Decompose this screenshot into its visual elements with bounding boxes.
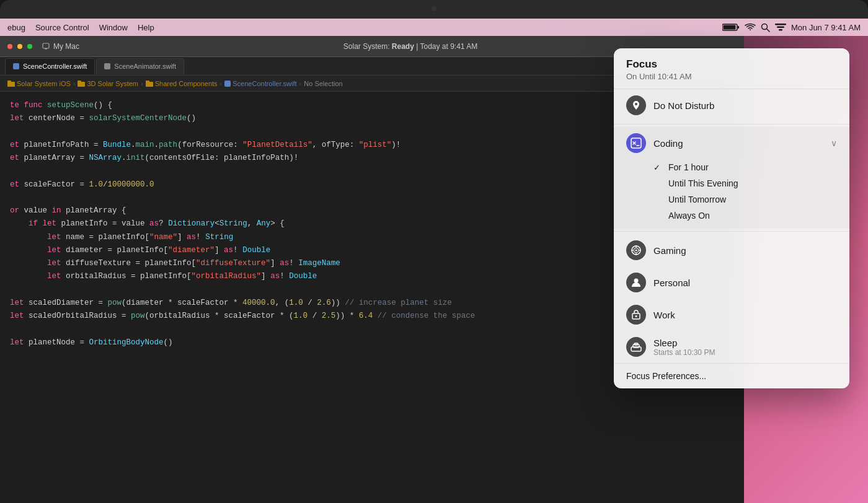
swift-icon-small <box>224 81 231 87</box>
search-icon[interactable] <box>761 23 770 32</box>
webcam <box>432 6 436 11</box>
close-button[interactable] <box>7 44 12 49</box>
menu-debug[interactable]: ebug <box>7 23 25 32</box>
scheme-status: Solar System: Ready | Today at 9:41 AM <box>343 42 477 51</box>
focus-preferences[interactable]: Focus Preferences... <box>614 363 849 388</box>
svg-point-24 <box>636 250 637 252</box>
submenu-for-1-hour[interactable]: ✓ For 1 hour <box>653 159 837 175</box>
dnd-label: Do Not Disturb <box>653 100 837 111</box>
sleep-sublabel: Starts at 10:30 PM <box>653 348 837 357</box>
coding-section: Coding ∨ ✓ For 1 hour Until This Evening <box>614 127 849 229</box>
menu-window[interactable]: Window <box>99 23 128 32</box>
svg-rect-1 <box>737 26 739 28</box>
menubar: ebug Source Control Window Help <box>0 19 868 36</box>
coding-chevron: ∨ <box>831 138 837 148</box>
empty-check-2 <box>653 195 663 204</box>
focus-item-gaming[interactable]: Gaming <box>614 234 849 266</box>
coding-icon <box>626 133 646 153</box>
empty-check <box>653 179 663 188</box>
screen: ebug Source Control Window Help <box>0 19 868 503</box>
minimize-button[interactable] <box>17 44 22 49</box>
focus-title: Focus <box>626 58 837 71</box>
gaming-label: Gaming <box>653 245 837 256</box>
submenu-label-tomorrow: Until Tomorrow <box>668 195 726 204</box>
time-status: | Today at 9:41 AM <box>416 42 477 51</box>
empty-check-3 <box>653 211 663 221</box>
sleep-label: Sleep <box>653 338 837 348</box>
battery-icon <box>722 23 740 32</box>
svg-point-31 <box>636 315 637 317</box>
work-icon <box>626 305 646 325</box>
maximize-button[interactable] <box>27 44 32 49</box>
svg-rect-16 <box>146 81 149 82</box>
focus-subtitle: On Until 10:41 AM <box>626 72 837 81</box>
tab-label-0: SceneController.swift <box>23 63 87 70</box>
svg-rect-6 <box>777 27 784 28</box>
focus-item-personal[interactable]: Personal <box>614 266 849 299</box>
work-label: Work <box>653 310 837 320</box>
breadcrumb-file[interactable]: SceneController.swift <box>224 80 296 87</box>
svg-point-17 <box>635 103 637 105</box>
svg-rect-8 <box>43 43 49 48</box>
check-icon: ✓ <box>653 163 663 172</box>
dnd-icon <box>626 95 646 115</box>
submenu-until-tomorrow[interactable]: Until Tomorrow <box>653 191 837 208</box>
menubar-time: Mon Jun 7 9:41 AM <box>791 23 861 32</box>
divider-1 <box>614 124 849 125</box>
swift-file-icon <box>13 63 19 69</box>
breadcrumb-no-selection: No Selection <box>304 80 342 87</box>
focus-control-icon[interactable] <box>775 23 786 32</box>
menubar-right: Mon Jun 7 9:41 AM <box>722 23 861 32</box>
coding-submenu: ✓ For 1 hour Until This Evening Until To… <box>614 159 849 229</box>
svg-rect-12 <box>7 81 11 82</box>
focus-item-coding[interactable]: Coding ∨ <box>614 127 849 159</box>
computer-icon <box>42 43 50 50</box>
svg-rect-2 <box>723 25 735 30</box>
focus-item-work[interactable]: Work <box>614 299 849 331</box>
tab-scene-animator[interactable]: SceneAnimator.swift <box>96 58 184 74</box>
laptop-frame: ebug Source Control Window Help <box>0 0 868 503</box>
personal-icon <box>626 273 646 292</box>
mac-label: My Mac <box>53 42 79 51</box>
sleep-labels: Sleep Starts at 10:30 PM <box>653 338 837 357</box>
menu-help[interactable]: Help <box>138 23 154 32</box>
svg-rect-7 <box>779 29 782 31</box>
svg-rect-15 <box>146 82 153 87</box>
svg-rect-13 <box>78 82 85 87</box>
breadcrumb-shared[interactable]: Shared Components <box>146 80 218 87</box>
svg-rect-14 <box>78 81 81 82</box>
menubar-left: ebug Source Control Window Help <box>7 23 722 32</box>
breadcrumb-ios[interactable]: Solar System iOS <box>7 80 71 87</box>
swift-file-icon-2 <box>104 63 110 69</box>
sleep-icon <box>626 337 646 357</box>
menu-source-control[interactable]: Source Control <box>35 23 89 32</box>
breadcrumb-3d[interactable]: 3D Solar System <box>78 80 138 87</box>
wifi-icon <box>745 23 756 32</box>
submenu-always-on[interactable]: Always On <box>653 208 837 224</box>
focus-panel: Focus On Until 10:41 AM Do Not Disturb <box>614 48 849 388</box>
coding-label: Coding <box>653 138 823 149</box>
gaming-icon <box>626 240 646 260</box>
svg-rect-5 <box>775 24 786 25</box>
submenu-label-hour: For 1 hour <box>668 162 709 172</box>
submenu-until-evening[interactable]: Until This Evening <box>653 175 837 191</box>
svg-rect-11 <box>7 82 15 87</box>
focus-item-sleep[interactable]: Sleep Starts at 10:30 PM <box>614 331 849 363</box>
divider-2 <box>614 231 849 232</box>
svg-point-29 <box>634 279 639 283</box>
focus-item-dnd[interactable]: Do Not Disturb <box>614 89 849 121</box>
tab-label-1: SceneAnimator.swift <box>114 63 176 70</box>
tab-scene-controller[interactable]: SceneController.swift <box>5 58 95 74</box>
focus-header: Focus On Until 10:41 AM <box>614 48 849 89</box>
svg-line-4 <box>766 28 769 32</box>
project-name: Solar System: Ready <box>343 42 414 51</box>
personal-label: Personal <box>653 278 837 288</box>
submenu-label-evening: Until This Evening <box>668 178 738 188</box>
submenu-label-always: Always On <box>668 211 710 221</box>
svg-rect-18 <box>631 138 641 148</box>
